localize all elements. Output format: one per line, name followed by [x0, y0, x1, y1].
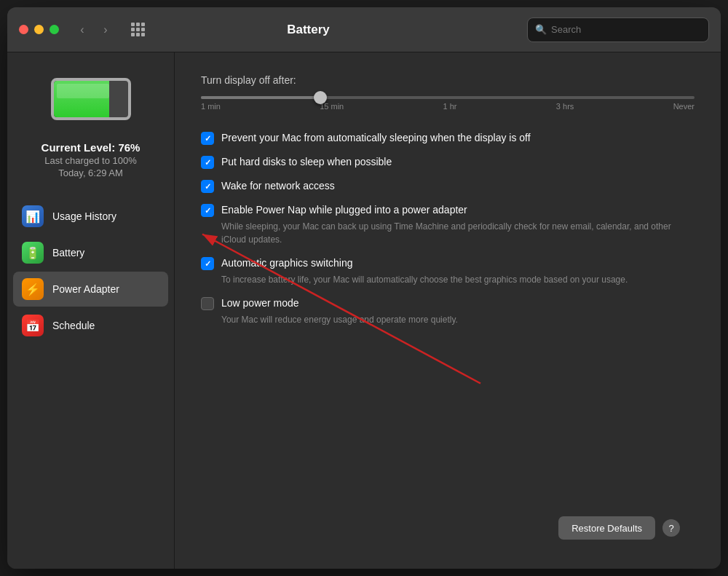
schedule-icon: 📅: [22, 315, 44, 336]
label-low-power: Low power mode: [221, 296, 299, 309]
desc-auto-graphics: To increase battery life, your Mac will …: [221, 273, 695, 286]
titlebar: ‹ › Battery 🔍: [7, 7, 721, 52]
traffic-lights: [19, 25, 59, 34]
checkbox-auto-graphics[interactable]: ✓: [201, 257, 214, 270]
search-box[interactable]: 🔍: [527, 17, 709, 42]
slider-label-1min: 1 min: [201, 102, 221, 111]
battery-reflection: [57, 84, 110, 98]
slider-fill: [201, 96, 320, 99]
checkbox-item-power-nap: ✓ Enable Power Nap while plugged into a …: [201, 203, 695, 217]
right-panel-wrapper: Turn display off after: 1 min 15 min 1 h…: [175, 52, 721, 569]
search-input[interactable]: [551, 24, 701, 35]
slider-section: Turn display off after: 1 min 15 min 1 h…: [201, 74, 695, 111]
sidebar-item-battery[interactable]: 🔋 Battery: [13, 235, 168, 270]
help-button[interactable]: ?: [662, 519, 680, 537]
slider-track: [201, 96, 695, 99]
label-wake-network: Wake for network access: [221, 179, 335, 192]
sidebar-item-power-adapter[interactable]: ⚡ Power Adapter: [13, 272, 168, 307]
slider-label-3hrs: 3 hrs: [556, 102, 574, 111]
sidebar: Current Level: 76% Last charged to 100% …: [7, 52, 175, 569]
checkbox-item-wake-network: ✓ Wake for network access: [201, 179, 695, 193]
power-adapter-icon: ⚡: [22, 278, 44, 300]
back-button[interactable]: ‹: [72, 20, 92, 40]
label-hard-disks: Put hard disks to sleep when possible: [221, 155, 392, 168]
checkbox-item-prevent-sleep: ✓ Prevent your Mac from automatically sl…: [201, 131, 695, 145]
restore-defaults-button[interactable]: Restore Defaults: [558, 516, 655, 540]
sidebar-item-schedule[interactable]: 📅 Schedule: [13, 308, 168, 343]
checkbox-prevent-sleep[interactable]: ✓: [201, 132, 214, 145]
slider-label: Turn display off after:: [201, 74, 695, 86]
slider-label-never: Never: [673, 102, 695, 111]
checkbox-item-hard-disks: ✓ Put hard disks to sleep when possible: [201, 155, 695, 169]
sidebar-label-battery: Battery: [52, 247, 84, 259]
main-content: Current Level: 76% Last charged to 100% …: [7, 52, 721, 569]
sidebar-item-usage-history[interactable]: 📊 Usage History: [13, 199, 168, 234]
battery-level-label: Current Level: 76%: [41, 141, 141, 154]
label-prevent-sleep: Prevent your Mac from automatically slee…: [221, 131, 531, 144]
label-auto-graphics: Automatic graphics switching: [221, 256, 353, 269]
checkbox-power-nap[interactable]: ✓: [201, 204, 214, 217]
sidebar-label-usage-history: Usage History: [52, 210, 116, 222]
battery-nav-icon: 🔋: [22, 242, 44, 264]
window-title: Battery: [98, 23, 518, 37]
checkmark-wake-network: ✓: [205, 183, 211, 191]
close-button[interactable]: [19, 25, 28, 34]
slider-label-1hr: 1 hr: [443, 102, 457, 111]
checkmark-hard-disks: ✓: [205, 159, 211, 167]
battery-terminal: [130, 91, 131, 107]
slider-labels: 1 min 15 min 1 hr 3 hrs Never: [201, 102, 695, 111]
slider-wrapper: [201, 96, 695, 99]
checkbox-item-low-power: Low power mode: [201, 296, 695, 310]
desc-power-nap: While sleeping, your Mac can back up usi…: [221, 220, 695, 246]
slider-thumb[interactable]: [314, 91, 327, 104]
right-panel: Turn display off after: 1 min 15 min 1 h…: [175, 52, 721, 569]
desc-low-power: Your Mac will reduce energy usage and op…: [221, 313, 695, 326]
checkbox-low-power[interactable]: [201, 297, 214, 310]
checkbox-item-auto-graphics: ✓ Automatic graphics switching: [201, 256, 695, 270]
sidebar-label-power-adapter: Power Adapter: [52, 283, 119, 295]
checkbox-section: ✓ Prevent your Mac from automatically sl…: [201, 131, 695, 336]
battery-icon: [51, 78, 131, 120]
battery-charged-label: Last charged to 100%: [41, 155, 141, 166]
bottom-bar: Restore Defaults ?: [201, 508, 695, 551]
battery-time-label: Today, 6:29 AM: [41, 167, 141, 178]
checkbox-hard-disks[interactable]: ✓: [201, 156, 214, 169]
checkbox-wake-network[interactable]: ✓: [201, 180, 214, 193]
checkmark-power-nap: ✓: [205, 207, 211, 215]
sidebar-nav: 📊 Usage History 🔋 Battery ⚡ Power Adapte…: [7, 199, 174, 344]
minimize-button[interactable]: [34, 25, 44, 34]
usage-history-icon: 📊: [22, 205, 44, 227]
checkmark-auto-graphics: ✓: [205, 260, 211, 268]
label-power-nap: Enable Power Nap while plugged into a po…: [221, 203, 467, 216]
sidebar-label-schedule: Schedule: [52, 320, 95, 331]
maximize-button[interactable]: [50, 25, 59, 34]
checkmark-prevent-sleep: ✓: [205, 135, 211, 143]
battery-info: Current Level: 76% Last charged to 100% …: [41, 141, 141, 178]
battery-icon-container: [44, 70, 138, 128]
search-icon: 🔍: [535, 24, 547, 35]
main-window: ‹ › Battery 🔍: [7, 7, 721, 569]
